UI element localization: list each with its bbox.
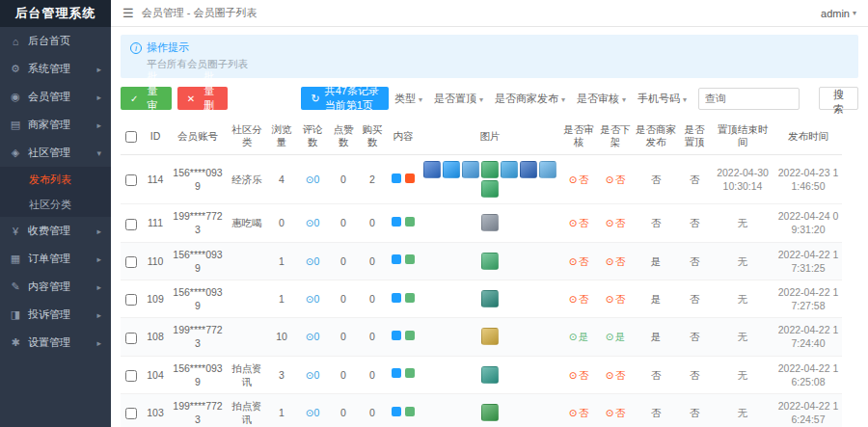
- status-icon: ⊙: [569, 255, 578, 267]
- cell-images: [420, 318, 560, 356]
- photo-thumbnail[interactable]: [501, 161, 518, 178]
- comment-icon: ⊙: [306, 369, 314, 381]
- settings-icon: ✱: [10, 336, 21, 349]
- status-badge: ⊙否: [569, 217, 588, 228]
- cell-views: 0: [267, 204, 296, 242]
- sidebar-item-home[interactable]: ⌂后台首页: [0, 27, 111, 55]
- sidebar-item-member[interactable]: ◉会员管理▸: [0, 83, 111, 111]
- sidebar-item-content[interactable]: ✎内容管理▸: [0, 273, 111, 301]
- cell-id: 108: [142, 318, 169, 356]
- table-row: 103199****7723拍点资讯1⊙000⊙否⊙否否否无2022-04-22…: [121, 393, 842, 427]
- sidebar-item-complaint[interactable]: ◨投诉管理▸: [0, 301, 111, 329]
- record-count-badge[interactable]: ↻ 共47条记录 当前第1页: [301, 87, 388, 110]
- sidebar-item-settings[interactable]: ✱设置管理▸: [0, 329, 111, 357]
- photo-thumbnail[interactable]: [481, 290, 499, 307]
- row-checkbox[interactable]: [125, 174, 137, 186]
- photo-thumbnail[interactable]: [481, 253, 499, 270]
- comment-icon: ⊙: [306, 331, 314, 342]
- cell-published: 2022-04-22 17:31:25: [774, 242, 842, 280]
- filter-dropdown-3[interactable]: 是否审核▾: [577, 92, 626, 106]
- cell-likes: 0: [329, 356, 358, 393]
- sidebar-item-label: 订单管理: [28, 252, 70, 266]
- batch-delete-button[interactable]: ✕ 批量删除: [177, 87, 229, 110]
- row-checkbox[interactable]: [125, 370, 137, 382]
- filter-dropdown-2[interactable]: 是否商家发布▾: [495, 92, 565, 106]
- sidebar-subitem-publish-list[interactable]: 发布列表: [0, 167, 111, 192]
- sidebar-item-merchant[interactable]: ▤商家管理▸: [0, 111, 111, 139]
- sidebar-subitem-community-category[interactable]: 社区分类: [0, 192, 111, 217]
- menu-toggle-icon[interactable]: ☰: [122, 6, 134, 20]
- sidebar-item-order[interactable]: ▦订单管理▸: [0, 245, 111, 273]
- cell-pin-end: 2022-04-30 10:30:14: [711, 155, 774, 204]
- filter-dropdown-0[interactable]: 类型▾: [394, 92, 422, 106]
- photo-thumbnail[interactable]: [481, 328, 499, 345]
- photo-thumbnail[interactable]: [520, 161, 537, 178]
- row-checkbox[interactable]: [125, 256, 137, 268]
- table-row: 110156****09391⊙000⊙否⊙否是否无2022-04-22 17:…: [121, 242, 842, 280]
- photo-thumbnail[interactable]: [481, 180, 499, 198]
- cell-offshelf: ⊙是: [597, 318, 634, 356]
- sidebar-item-community[interactable]: ◈社区管理▾: [0, 139, 111, 167]
- cell-comments: ⊙0: [296, 204, 329, 242]
- cell-buys: 2: [358, 155, 387, 204]
- cell-account: 199****7723: [169, 204, 227, 242]
- cell-buys: 0: [358, 280, 387, 317]
- cell-likes: 0: [329, 242, 358, 280]
- photo-thumbnail[interactable]: [539, 161, 556, 178]
- table-row: 108199****772310⊙000⊙是⊙是是否无2022-04-22 17…: [121, 318, 842, 356]
- row-checkbox[interactable]: [125, 333, 137, 344]
- cell-pinned: 否: [678, 356, 711, 393]
- sidebar-item-label: 会员管理: [28, 90, 70, 104]
- status-icon: ⊙: [569, 369, 578, 381]
- cell-content: [387, 155, 420, 204]
- cell-category: [227, 318, 267, 356]
- cell-id: 110: [142, 242, 169, 280]
- table-row: 109156****09391⊙000⊙否⊙否是否无2022-04-22 17:…: [121, 280, 842, 317]
- content-icon: [392, 331, 401, 340]
- sidebar-item-system[interactable]: ⚙系统管理▸: [0, 55, 111, 83]
- user-menu[interactable]: admin ▾: [821, 8, 856, 19]
- select-all-checkbox[interactable]: [125, 131, 137, 143]
- photo-thumbnail[interactable]: [481, 366, 499, 384]
- sidebar-item-label: 收费管理: [28, 224, 70, 238]
- photo-thumbnail[interactable]: [481, 214, 499, 231]
- cell-views: 10: [267, 318, 296, 356]
- status-icon: ⊙: [606, 255, 614, 267]
- cell-images: [420, 204, 560, 242]
- column-header: 购买数: [358, 118, 387, 155]
- order-icon: ▦: [10, 253, 21, 265]
- row-checkbox[interactable]: [125, 408, 137, 419]
- cell-content: [387, 204, 420, 242]
- search-input[interactable]: [698, 88, 800, 110]
- batch-approve-button[interactable]: ✓ 批量审核: [121, 87, 172, 110]
- photo-thumbnail[interactable]: [462, 161, 479, 178]
- cell-account: 156****0939: [169, 155, 227, 204]
- cell-views: 1: [267, 242, 296, 280]
- status-icon: ⊙: [569, 173, 578, 185]
- chevron-down-icon: ▾: [479, 95, 483, 104]
- status-badge: ⊙否: [606, 255, 625, 267]
- filter-dropdown-4[interactable]: 手机号码▾: [637, 92, 687, 106]
- photo-thumbnail[interactable]: [481, 404, 499, 421]
- content-icon: [405, 331, 415, 340]
- member-icon: ◉: [10, 91, 21, 103]
- content-icon: ✎: [10, 280, 21, 293]
- photo-thumbnail[interactable]: [423, 161, 441, 178]
- sidebar-item-fee[interactable]: ¥收费管理▸: [0, 217, 111, 245]
- column-header: 是否审核: [560, 118, 597, 155]
- chevron-down-icon: ▾: [96, 148, 101, 158]
- row-checkbox[interactable]: [125, 219, 137, 230]
- photo-thumbnail[interactable]: [443, 161, 460, 178]
- content-icon: [392, 173, 401, 183]
- row-checkbox[interactable]: [125, 294, 137, 306]
- info-icon: i: [130, 42, 142, 54]
- search-button[interactable]: 搜索: [819, 87, 858, 110]
- filter-dropdown-1[interactable]: 是否置顶▾: [434, 92, 483, 106]
- status-icon: ⊙: [606, 293, 614, 305]
- cell-merchant: 是: [634, 318, 678, 356]
- cell-pin-end: 无: [711, 242, 774, 280]
- photo-thumbnail[interactable]: [481, 161, 499, 178]
- alert-title-row: i 操作提示: [130, 40, 849, 55]
- chevron-right-icon: ▸: [96, 282, 101, 292]
- cell-published: 2022-04-24 09:31:20: [774, 204, 842, 242]
